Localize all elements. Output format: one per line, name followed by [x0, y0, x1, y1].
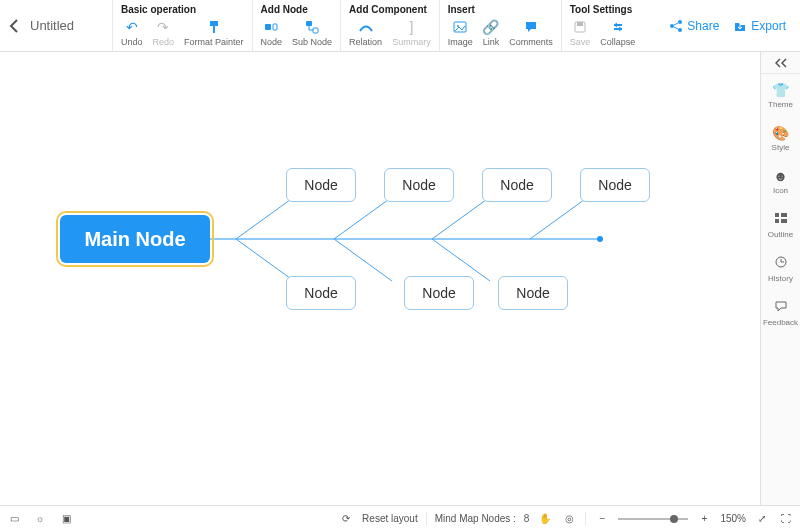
svg-rect-0: [210, 21, 218, 26]
export-icon: [733, 19, 747, 33]
summary-icon: ]: [403, 19, 419, 35]
header-actions: Share Export: [669, 0, 800, 51]
history-button[interactable]: History: [761, 247, 800, 291]
child-node[interactable]: Node: [482, 168, 552, 202]
add-subnode-button[interactable]: Sub Node: [292, 19, 332, 47]
document-title[interactable]: Untitled: [28, 0, 112, 51]
child-node[interactable]: Node: [580, 168, 650, 202]
group-title: Tool Settings: [570, 4, 636, 15]
node-icon: [263, 19, 279, 35]
mindmap-edges: [0, 52, 760, 505]
link-icon: 🔗: [483, 19, 499, 35]
insert-image-button[interactable]: Image: [448, 19, 473, 47]
svg-line-16: [432, 197, 490, 239]
fit-screen-icon[interactable]: ⤢: [754, 512, 770, 526]
svg-point-21: [597, 236, 603, 242]
group-tool-settings: Tool Settings Save Collapse: [561, 0, 644, 51]
child-node[interactable]: Node: [384, 168, 454, 202]
group-title: Add Component: [349, 4, 431, 15]
add-node-button[interactable]: Node: [261, 19, 283, 47]
share-icon: [669, 19, 683, 33]
child-node[interactable]: Node: [286, 168, 356, 202]
style-button[interactable]: 🎨 Style: [761, 117, 800, 160]
icon-button[interactable]: ☻ Icon: [761, 160, 800, 203]
svg-rect-3: [273, 24, 277, 30]
svg-rect-24: [775, 219, 779, 223]
presentation-icon[interactable]: ▣: [58, 512, 74, 526]
svg-point-11: [670, 24, 674, 28]
svg-line-19: [334, 239, 392, 281]
fullscreen-icon[interactable]: ⛶: [778, 512, 794, 526]
svg-rect-4: [306, 21, 312, 26]
save-icon: [572, 19, 588, 35]
relation-button[interactable]: Relation: [349, 19, 382, 47]
theme-button[interactable]: 👕 Theme: [761, 74, 800, 117]
reset-layout-label[interactable]: Reset layout: [362, 513, 418, 524]
group-title: Insert: [448, 4, 553, 15]
svg-line-14: [236, 197, 294, 239]
format-painter-button[interactable]: Format Painter: [184, 19, 244, 47]
palette-icon: 🎨: [772, 125, 789, 141]
theme-icon: 👕: [772, 82, 789, 98]
undo-icon: ↶: [124, 19, 140, 35]
group-basic-operation: Basic operation ↶ Undo ↷ Redo Format Pai…: [112, 0, 252, 51]
undo-button[interactable]: ↶ Undo: [121, 19, 143, 47]
reset-layout-icon[interactable]: ⟳: [338, 512, 354, 526]
svg-point-10: [678, 20, 682, 24]
nodes-count-value: 8: [524, 513, 530, 524]
svg-rect-9: [577, 22, 583, 26]
zoom-out-button[interactable]: −: [594, 512, 610, 526]
collapse-icon: [610, 19, 626, 35]
nodes-count-label: Mind Map Nodes :: [435, 513, 516, 524]
main-node[interactable]: Main Node: [60, 215, 210, 263]
svg-rect-1: [213, 26, 215, 33]
brightness-icon[interactable]: ☼: [32, 512, 48, 526]
svg-line-18: [236, 239, 294, 281]
export-button[interactable]: Export: [733, 19, 786, 33]
back-button[interactable]: [0, 0, 28, 51]
group-title: Add Node: [261, 4, 333, 15]
zoom-in-button[interactable]: +: [696, 512, 712, 526]
outline-button[interactable]: Outline: [761, 203, 800, 247]
child-node[interactable]: Node: [286, 276, 356, 310]
svg-rect-5: [313, 28, 318, 33]
svg-rect-2: [265, 24, 271, 30]
redo-button[interactable]: ↷ Redo: [153, 19, 175, 47]
view-mode-icon[interactable]: ▭: [6, 512, 22, 526]
insert-comments-button[interactable]: Comments: [509, 19, 553, 47]
zoom-level: 150%: [720, 513, 746, 524]
feedback-icon: [774, 299, 788, 316]
collapse-panel-button[interactable]: [761, 52, 800, 74]
image-icon: [452, 19, 468, 35]
svg-line-20: [432, 239, 490, 281]
save-button[interactable]: Save: [570, 19, 591, 47]
svg-line-15: [334, 197, 392, 239]
bottom-bar: ▭ ☼ ▣ ⟳ Reset layout Mind Map Nodes : 8 …: [0, 505, 800, 531]
group-insert: Insert Image 🔗 Link Comments: [439, 0, 561, 51]
relation-icon: [358, 19, 374, 35]
insert-link-button[interactable]: 🔗 Link: [483, 19, 500, 47]
child-node[interactable]: Node: [498, 276, 568, 310]
paintbrush-icon: [206, 19, 222, 35]
svg-line-17: [530, 197, 588, 239]
pan-icon[interactable]: ✋: [537, 512, 553, 526]
collapse-button[interactable]: Collapse: [600, 19, 635, 47]
summary-button[interactable]: ] Summary: [392, 19, 431, 47]
child-node[interactable]: Node: [404, 276, 474, 310]
canvas[interactable]: Main Node Node Node Node Node Node Node …: [0, 52, 760, 505]
right-panel: 👕 Theme 🎨 Style ☻ Icon Outline History: [760, 52, 800, 505]
group-add-node: Add Node Node Sub Node: [252, 0, 341, 51]
feedback-button[interactable]: Feedback: [761, 291, 800, 335]
center-icon[interactable]: ◎: [561, 512, 577, 526]
comment-icon: [523, 19, 539, 35]
svg-rect-22: [775, 213, 779, 217]
svg-point-12: [678, 28, 682, 32]
share-button[interactable]: Share: [669, 19, 719, 33]
subnode-icon: [304, 19, 320, 35]
clock-icon: [774, 255, 788, 272]
zoom-slider[interactable]: [618, 518, 688, 520]
outline-icon: [774, 211, 788, 228]
smiley-icon: ☻: [773, 168, 788, 184]
svg-rect-23: [781, 213, 787, 217]
top-toolbar: Untitled Basic operation ↶ Undo ↷ Redo F…: [0, 0, 800, 52]
